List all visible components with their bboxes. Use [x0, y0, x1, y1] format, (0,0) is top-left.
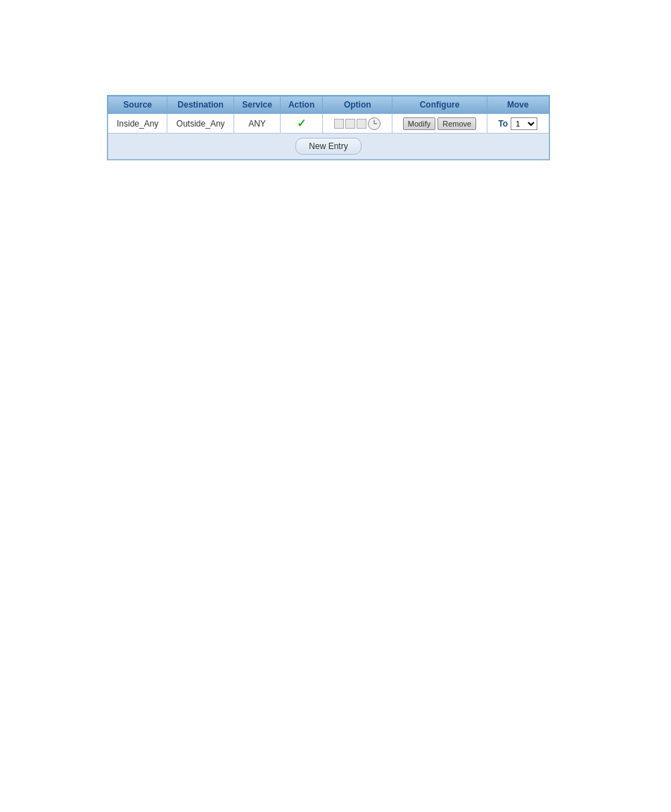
cell-service: ANY: [234, 114, 281, 134]
col-header-option: Option: [323, 96, 392, 114]
new-entry-row: New Entry: [108, 134, 549, 160]
col-header-source: Source: [108, 96, 167, 114]
option-clock-icon[interactable]: [368, 117, 381, 130]
move-select[interactable]: 1: [511, 117, 537, 130]
new-entry-button[interactable]: New Entry: [295, 138, 361, 155]
option-box-1[interactable]: [334, 119, 344, 129]
cell-source: Inside_Any: [108, 114, 167, 134]
move-cell-container: To 1: [493, 117, 543, 130]
policy-table: Source Destination Service Action Option…: [108, 96, 549, 160]
col-header-service: Service: [234, 96, 281, 114]
col-header-move: Move: [487, 96, 549, 114]
modify-button[interactable]: Modify: [403, 117, 435, 130]
action-check-icon: ✓: [297, 117, 306, 129]
cell-action: ✓: [281, 114, 323, 134]
cell-configure: Modify Remove: [392, 114, 487, 134]
policy-table-container: Source Destination Service Action Option…: [107, 95, 550, 160]
configure-cell-container: Modify Remove: [398, 117, 480, 130]
option-box-3[interactable]: [357, 119, 366, 129]
new-entry-cell: New Entry: [108, 134, 549, 160]
col-header-destination: Destination: [167, 96, 234, 114]
cell-move: To 1: [487, 114, 549, 134]
table-row: Inside_Any Outside_Any ANY ✓: [108, 114, 549, 134]
col-header-action: Action: [281, 96, 323, 114]
page-wrapper: Source Destination Service Action Option…: [0, 0, 671, 162]
option-box-2[interactable]: [345, 119, 355, 129]
cell-destination: Outside_Any: [167, 114, 234, 134]
move-to-label: To: [498, 119, 508, 129]
cell-option: [323, 114, 392, 134]
option-cell-container: [328, 117, 386, 130]
remove-button[interactable]: Remove: [437, 117, 476, 130]
col-header-configure: Configure: [392, 96, 487, 114]
